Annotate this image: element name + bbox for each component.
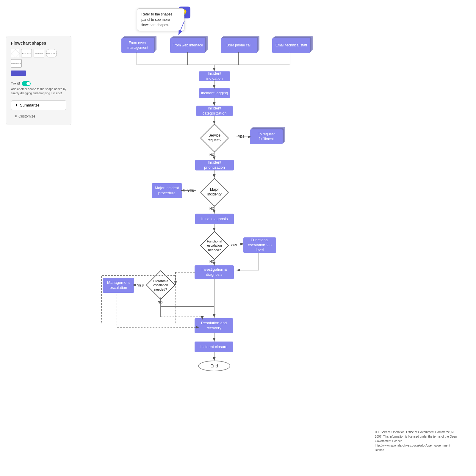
- hierarchic-escalation-container[interactable]: Hierarchic escalation needed?: [146, 270, 176, 300]
- major-incident-container[interactable]: Major incident?: [200, 178, 229, 207]
- from-web-label: From web interface: [173, 43, 203, 48]
- incident-closure-label: Incident closure: [200, 345, 227, 350]
- from-event-management-shape[interactable]: From event management: [121, 38, 154, 53]
- incident-logging-box[interactable]: Incident logging: [199, 88, 230, 98]
- major-incident-label: Major incident?: [207, 187, 222, 196]
- customize-label: Customize: [18, 114, 35, 118]
- hierarchic-escalation-label: Hierarchic escalation needed?: [153, 279, 168, 291]
- incident-categorization-box[interactable]: Incident categorization: [196, 106, 233, 116]
- shapes-row: Process Process Terminator Predefined: [11, 49, 66, 68]
- shape-process[interactable]: Process: [21, 49, 32, 57]
- functional-escalation-label: Functional escalation needed?: [207, 239, 222, 252]
- toggle-switch[interactable]: [22, 81, 31, 86]
- email-tech-shape[interactable]: Email technical staff: [272, 38, 310, 53]
- sidebar-panel: Flowchart shapes Process Process Termina…: [6, 36, 71, 125]
- functional-escalation-container[interactable]: Functional escalation needed?: [200, 231, 229, 260]
- major-incident-procedure-box[interactable]: Major incident procedure: [152, 183, 182, 198]
- service-request-yes-label: YES: [238, 135, 245, 138]
- user-phone-label: User phone call: [226, 43, 251, 48]
- incident-categorization-label: Incident categorization: [198, 106, 231, 116]
- user-phone-shape[interactable]: User phone call: [221, 38, 257, 53]
- shape-rect-wide[interactable]: [11, 71, 26, 76]
- customize-button[interactable]: ≡ Customize: [11, 112, 66, 120]
- incident-indication-box[interactable]: Incident indication: [199, 71, 230, 81]
- tooltip-bubble: Refer to the shapes panel to see more fl…: [137, 8, 184, 31]
- try-it-label: Try it!: [11, 82, 20, 85]
- shape-process2[interactable]: Process: [34, 49, 44, 57]
- functional-escalation-23-box[interactable]: Functional escalation 2/3 level: [243, 237, 276, 253]
- try-it-desc: Add another shape to the shape banke by …: [11, 87, 66, 95]
- try-it-section: Try it! Add another shape to the shape b…: [11, 81, 66, 95]
- shape-terminator[interactable]: Terminator: [46, 49, 57, 57]
- customize-icon: ≡: [15, 114, 17, 118]
- major-incident-no-label: NO: [209, 207, 214, 210]
- incident-indication-label: Incident indication: [201, 71, 228, 81]
- management-escalation-box[interactable]: Management escalation: [103, 278, 134, 293]
- from-event-label: From event management: [123, 41, 152, 50]
- to-request-label: To request fulfillment: [251, 132, 281, 141]
- investigation-diagnosis-label: Investigation & diagnosis: [196, 267, 232, 277]
- resolution-recovery-box[interactable]: Resolution and recovery: [195, 318, 233, 333]
- service-request-no-label: NO: [209, 153, 214, 156]
- tooltip-text: Refer to the shapes panel to see more fl…: [141, 12, 173, 27]
- end-oval[interactable]: End: [198, 361, 230, 371]
- service-request-container[interactable]: Service request?: [200, 123, 229, 153]
- resolution-recovery-label: Resolution and recovery: [196, 321, 231, 331]
- from-web-shape[interactable]: From web interface: [170, 38, 205, 53]
- footer-text-content: ITIL Service Operation, Office of Govern…: [375, 430, 457, 452]
- incident-logging-label: Incident logging: [201, 91, 228, 96]
- incident-prioritization-label: Incident prioritization: [197, 160, 232, 170]
- management-escalation-label: Management escalation: [104, 280, 132, 290]
- hierarchic-yes-label: YES: [137, 284, 144, 287]
- incident-prioritization-box[interactable]: Incident prioritization: [195, 160, 234, 170]
- investigation-diagnosis-box[interactable]: Investigation & diagnosis: [195, 265, 234, 279]
- func-escalation-no-label: NO: [209, 260, 214, 263]
- sidebar-title: Flowchart shapes: [11, 41, 66, 46]
- incident-closure-box[interactable]: Incident closure: [195, 342, 233, 352]
- functional-escalation-23-label: Functional escalation 2/3 level: [245, 238, 274, 253]
- footer-text: ITIL Service Operation, Office of Govern…: [375, 430, 458, 452]
- summarize-label: Summarize: [20, 103, 40, 107]
- shape-predefined[interactable]: Predefined: [11, 59, 22, 68]
- end-label: End: [211, 364, 218, 368]
- major-incident-yes-label: YES: [187, 189, 194, 192]
- summarize-button[interactable]: ✦ Summarize: [11, 100, 66, 110]
- to-request-shape[interactable]: To request fulfillment: [250, 129, 283, 144]
- email-tech-label: Email technical staff: [275, 43, 307, 48]
- func-escalation-yes-label: YES: [231, 243, 237, 247]
- initial-diagnosis-label: Initial diagnosis: [201, 217, 228, 222]
- service-request-label: Service request?: [208, 133, 222, 142]
- major-incident-procedure-label: Major incident procedure: [154, 186, 180, 196]
- initial-diagnosis-box[interactable]: Initial diagnosis: [195, 214, 234, 224]
- shape-diamond[interactable]: [11, 49, 19, 57]
- hierarchic-no-label: NO: [158, 300, 163, 304]
- summarize-icon: ✦: [15, 103, 18, 107]
